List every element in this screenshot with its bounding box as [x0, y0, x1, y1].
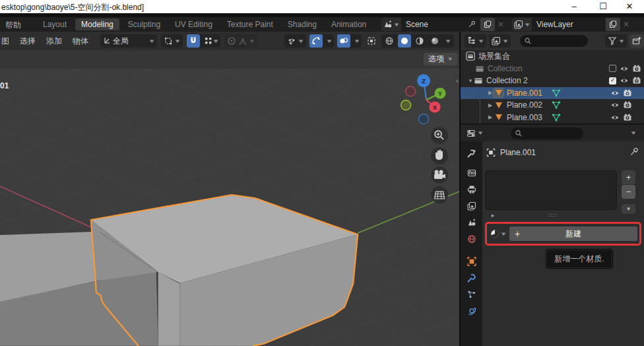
help-menu[interactable]: 帮助: [5, 20, 21, 31]
outliner-row-collection2[interactable]: ▼ Collection 2: [461, 75, 644, 87]
object-menu[interactable]: 物体: [67, 36, 94, 47]
expand-arrow[interactable]: ▶: [487, 90, 494, 96]
tab-object[interactable]: [467, 257, 476, 266]
tab-world[interactable]: [467, 234, 476, 244]
tab-tool[interactable]: [467, 149, 476, 158]
tab-texture-paint[interactable]: Texture Paint: [221, 18, 279, 30]
viewport-canvas[interactable]: Z Y X: [0, 69, 459, 346]
expand-arrow[interactable]: ▶: [487, 102, 494, 108]
shading-solid-button[interactable]: [398, 34, 411, 48]
eye-icon[interactable]: [620, 76, 629, 85]
scene-pin-button[interactable]: [465, 18, 479, 31]
outliner-filter-dropdown[interactable]: ▼: [605, 34, 627, 48]
outliner-search-input[interactable]: [520, 35, 588, 47]
outliner-editor-type-dropdown[interactable]: ▼: [465, 34, 486, 48]
expand-arrow[interactable]: ▶: [487, 114, 494, 120]
expand-arrow[interactable]: ►: [490, 213, 496, 219]
new-collection-button[interactable]: [629, 34, 644, 48]
tab-modeling[interactable]: Modeling: [75, 18, 119, 30]
outliner-row-plane-001[interactable]: ▶ Plane.001: [461, 87, 644, 100]
tab-uv-editing[interactable]: UV Editing: [169, 18, 218, 30]
tab-animation[interactable]: Animation: [325, 18, 372, 30]
camera-view-button[interactable]: [431, 166, 448, 184]
camera-visibility-icon[interactable]: [623, 88, 632, 98]
close-button[interactable]: ✕: [616, 0, 643, 13]
tab-physics[interactable]: [467, 306, 476, 316]
exclude-checkbox[interactable]: [609, 65, 616, 72]
pan-button[interactable]: [431, 147, 448, 164]
tab-scene[interactable]: [467, 218, 476, 227]
new-material-button[interactable]: + 新建: [509, 226, 637, 241]
browse-material-dropdown[interactable]: ▼: [489, 229, 507, 238]
show-overlays-toggle[interactable]: [309, 34, 323, 48]
toggle-xray-button[interactable]: [365, 34, 378, 48]
tab-sculpting[interactable]: Sculpting: [122, 18, 166, 30]
properties-options-dropdown[interactable]: ▼: [628, 127, 639, 140]
eye-icon[interactable]: [610, 88, 620, 98]
panel-divider[interactable]: [459, 32, 461, 346]
resize-grip[interactable]: ∷∷: [548, 212, 557, 219]
breadcrumb-object-name[interactable]: Plane.001: [500, 148, 536, 157]
minimize-button[interactable]: –: [561, 0, 587, 13]
camera-visibility-icon[interactable]: [632, 64, 641, 73]
tab-shading[interactable]: Shading: [282, 18, 323, 30]
add-slot-button[interactable]: +: [622, 170, 635, 184]
properties-icon: [467, 129, 476, 138]
eye-icon[interactable]: [620, 64, 629, 73]
properties-search-input[interactable]: [511, 127, 583, 139]
tab-layout[interactable]: Layout: [37, 18, 73, 30]
pin-icon[interactable]: [629, 147, 639, 156]
outliner-row-scene-collection[interactable]: 场景集合: [461, 50, 644, 63]
pivot-point-dropdown[interactable]: ▼: [161, 34, 183, 48]
shading-dropdown[interactable]: ▼: [443, 34, 453, 48]
tab-render[interactable]: [467, 168, 476, 178]
zoom-button[interactable]: [431, 127, 448, 144]
tab-view-layer[interactable]: [467, 201, 476, 211]
orthographic-toggle-button[interactable]: [431, 186, 448, 203]
exclude-checkbox[interactable]: [609, 77, 616, 85]
snap-toggle[interactable]: [187, 34, 200, 48]
outliner-row-plane-002[interactable]: ▶ Plane.002: [461, 99, 644, 112]
overlays-dropdown[interactable]: ▼: [325, 34, 334, 48]
xray-dropdown[interactable]: ▼: [352, 34, 362, 48]
add-menu[interactable]: 添加: [41, 36, 67, 47]
eye-icon[interactable]: [610, 113, 620, 122]
camera-visibility-icon[interactable]: [623, 113, 632, 122]
scene-name-field[interactable]: Scene: [401, 18, 465, 31]
remove-slot-button[interactable]: −: [622, 185, 635, 199]
scene-browse-button[interactable]: ▼: [381, 18, 401, 31]
tool-options-dropdown[interactable]: 选项 ▼: [424, 53, 457, 65]
viewlayer-name-field[interactable]: ViewLayer: [532, 18, 604, 31]
xray-spheres-toggle[interactable]: [337, 34, 350, 48]
scene-unlink-button[interactable]: ✕: [495, 18, 507, 31]
outliner-row-collection[interactable]: Collection: [461, 63, 644, 75]
select-menu[interactable]: 选择: [15, 36, 41, 47]
shading-rendered-button[interactable]: [428, 34, 441, 48]
proportional-editing-controls[interactable]: ▼: [224, 34, 257, 48]
show-gizmo-dropdown[interactable]: ▼: [284, 34, 306, 48]
scene-new-button[interactable]: [480, 18, 495, 31]
viewlayer-new-button[interactable]: [606, 18, 620, 31]
sidebar-collapse-arrow[interactable]: ‹: [456, 77, 459, 85]
transform-orientation-dropdown[interactable]: 全局 ▼: [100, 34, 157, 48]
outliner-row-plane-003[interactable]: ▶ Plane.003: [461, 112, 644, 124]
outliner-display-mode-dropdown[interactable]: ▼: [489, 34, 511, 48]
tab-output[interactable]: [467, 185, 476, 194]
expand-arrow[interactable]: ▼: [467, 78, 474, 84]
axes-icon: [103, 37, 111, 45]
navigation-gizmo[interactable]: Z Y X: [401, 74, 446, 123]
tab-modifiers[interactable]: [467, 273, 476, 283]
maximize-button[interactable]: ☐: [590, 0, 616, 13]
eye-icon[interactable]: [610, 100, 620, 110]
view-menu[interactable]: 图: [0, 36, 15, 47]
material-slot-list[interactable]: [485, 170, 617, 210]
camera-visibility-icon[interactable]: [632, 76, 641, 85]
snap-to-dropdown[interactable]: ▼: [202, 34, 220, 48]
shading-wireframe-button[interactable]: [383, 34, 396, 48]
viewlayer-remove-button[interactable]: ✕: [620, 18, 632, 31]
camera-visibility-icon[interactable]: [623, 100, 632, 110]
properties-editor-type-dropdown[interactable]: ▼: [464, 127, 486, 140]
shading-material-button[interactable]: [413, 34, 426, 48]
tab-particles[interactable]: [467, 290, 476, 299]
viewlayer-browse-button[interactable]: ▼: [512, 18, 532, 31]
